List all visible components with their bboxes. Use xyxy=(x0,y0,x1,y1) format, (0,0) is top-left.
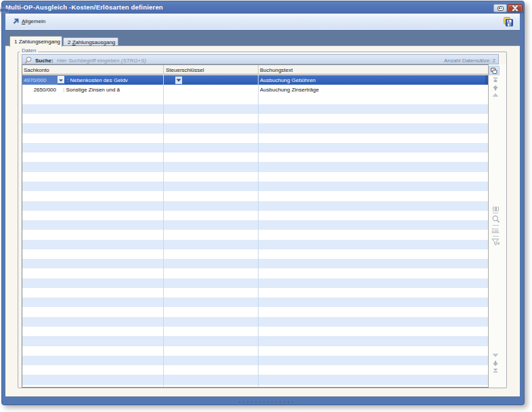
svg-text:ΣΙΔ: ΣΙΔ xyxy=(492,228,500,232)
